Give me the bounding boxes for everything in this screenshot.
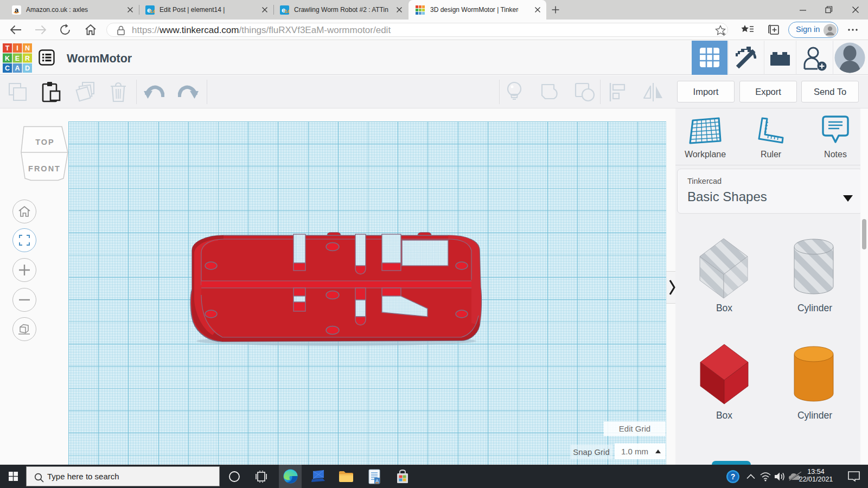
svg-text:I: I bbox=[16, 44, 18, 52]
svg-text:R: R bbox=[25, 55, 30, 62]
svg-text:C: C bbox=[5, 65, 10, 72]
svg-text:14: 14 bbox=[150, 8, 155, 14]
svg-text:N: N bbox=[25, 44, 30, 52]
svg-text:E: E bbox=[15, 55, 20, 62]
svg-text:14: 14 bbox=[285, 8, 290, 14]
svg-text:FRONT: FRONT bbox=[28, 164, 61, 173]
svg-text:TOP: TOP bbox=[35, 138, 55, 146]
svg-text:T: T bbox=[5, 44, 10, 52]
svg-text:D: D bbox=[25, 65, 30, 72]
svg-text:?: ? bbox=[731, 472, 736, 481]
svg-text:A: A bbox=[15, 65, 20, 72]
svg-text:K: K bbox=[5, 55, 10, 62]
